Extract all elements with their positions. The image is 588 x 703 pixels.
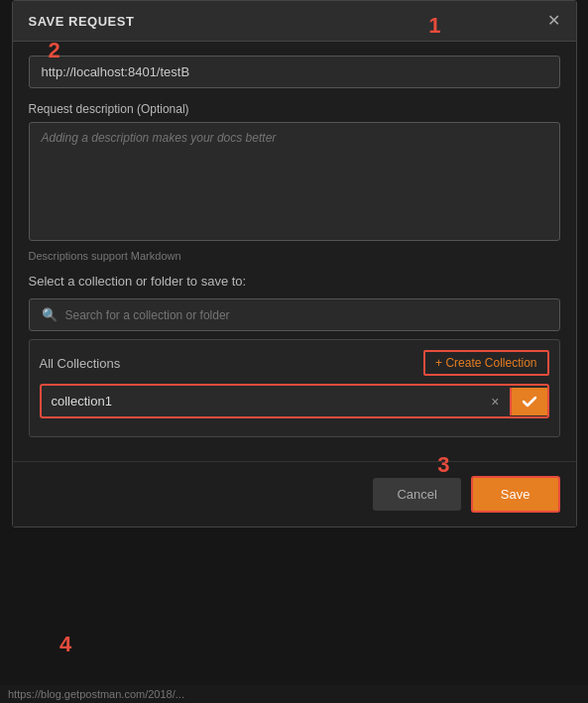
modal-footer: 4 Cancel Save [13,461,576,527]
clear-collection-input-button[interactable]: × [485,394,505,410]
close-button[interactable]: ✕ [547,13,560,29]
description-container: 1 2 [29,122,560,245]
checkmark-icon [522,394,537,410]
status-bar-text: https://blog.getpostman.com/2018/... [8,688,184,700]
modal-header: SAVE REQUEST ✕ [13,1,576,42]
description-label: Request description (Optional) [29,102,560,116]
collection-search-input[interactable] [65,308,547,322]
modal-body: Request description (Optional) 1 2 Descr… [13,42,576,461]
collection-section-label: Select a collection or folder to save to… [29,274,560,289]
modal-title: SAVE REQUEST [29,14,135,29]
annotation-4: 4 [59,632,71,657]
annotation-3: 3 [437,452,449,478]
cancel-button[interactable]: Cancel [373,478,460,511]
search-icon: 🔍 [42,307,58,322]
collections-area: All Collections + Create Collection × [29,339,560,437]
new-collection-container: × 3 [40,384,549,418]
annotation-2: 2 [49,38,60,63]
collection-input-row: × [40,384,549,418]
collection-name-input[interactable] [42,386,482,416]
search-container: 🔍 [29,298,560,331]
annotation-1: 1 [428,13,440,39]
status-bar: https://blog.getpostman.com/2018/... [0,685,588,703]
description-textarea[interactable] [29,122,560,241]
confirm-collection-button[interactable] [510,388,547,415]
collections-row: All Collections + Create Collection [40,350,549,376]
markdown-hint: Descriptions support Markdown [29,250,560,262]
create-collection-button[interactable]: + Create Collection [423,350,548,376]
url-input[interactable] [29,56,560,88]
save-request-modal: SAVE REQUEST ✕ Request description (Opti… [12,0,577,527]
save-button[interactable]: Save [471,476,560,513]
all-collections-label: All Collections [40,356,121,371]
